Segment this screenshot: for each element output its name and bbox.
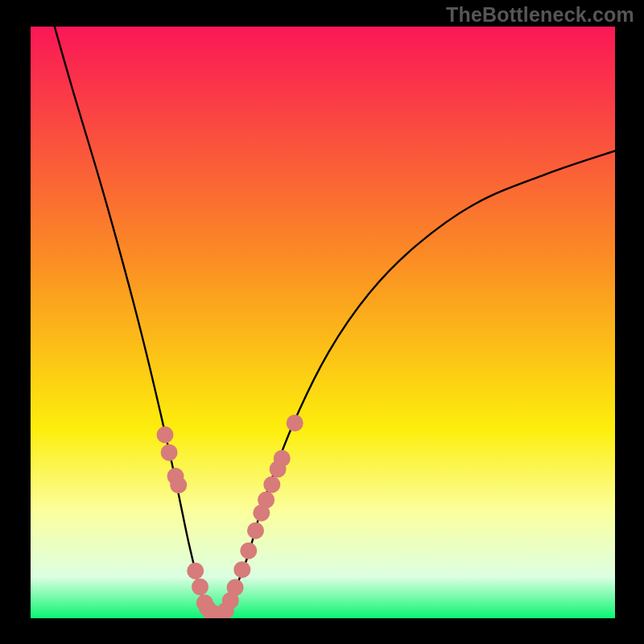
bead-marker [263,476,280,493]
bead-marker [192,579,208,596]
bead-marker [247,522,264,539]
attribution-label: TheBottleneck.com [446,3,634,27]
bead-marker [287,415,303,431]
plot-svg [0,0,644,644]
bead-marker [274,450,291,467]
bead-marker [187,563,204,580]
bead-marker [161,444,178,461]
bead-marker [157,427,174,444]
bead-marker [170,477,187,493]
bead-marker [233,561,250,578]
bead-marker [240,543,257,559]
bead-marker [227,579,244,596]
bead-marker [258,492,275,509]
chart-canvas: TheBottleneck.com [0,0,644,644]
plot-background [31,27,615,618]
